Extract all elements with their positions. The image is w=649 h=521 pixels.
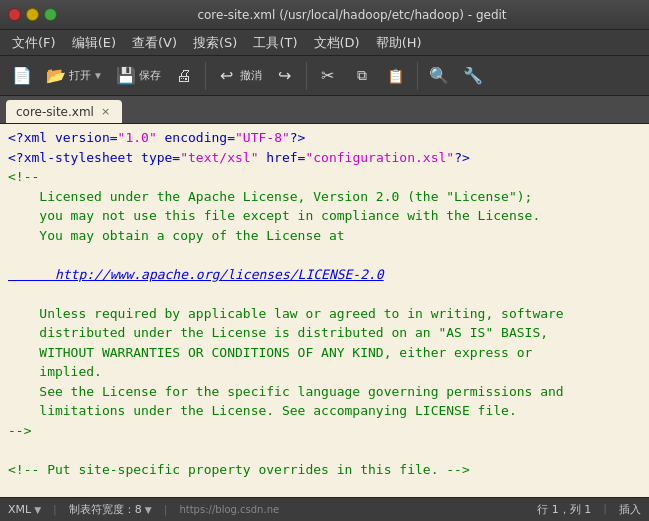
editor-line: you may not use this file except in comp…: [0, 206, 649, 226]
editor-line: [0, 440, 649, 460]
copy-button[interactable]: ⧉: [346, 60, 378, 92]
status-separator-3: |: [603, 502, 607, 517]
status-right: 行 1，列 1 | 插入: [537, 502, 641, 517]
editor-line: http://www.apache.org/licenses/LICENSE-2…: [0, 265, 649, 285]
status-format[interactable]: XML ▼: [8, 503, 41, 516]
paste-icon: 📋: [385, 65, 407, 87]
comment-text-8: See the License for the specific languag…: [8, 382, 564, 402]
tab-core-site[interactable]: core-site.xml ×: [6, 100, 122, 123]
print-icon: 🖨: [173, 65, 195, 87]
editor-line: Licensed under the Apache License, Versi…: [0, 187, 649, 207]
editor-line: [0, 284, 649, 304]
editor-line: Unless required by applicable law or agr…: [0, 304, 649, 324]
tab-label: core-site.xml: [16, 105, 94, 119]
comment-text-9: limitations under the License. See accom…: [8, 401, 517, 421]
window-title: core-site.xml (/usr/local/hadoop/etc/had…: [63, 8, 641, 22]
status-separator-2: |: [164, 503, 168, 516]
tab-arrow-icon: ▼: [145, 505, 152, 515]
editor-line: limitations under the License. See accom…: [0, 401, 649, 421]
insert-mode: 插入: [619, 502, 641, 517]
comment-text-5: distributed under the License is distrib…: [8, 323, 548, 343]
comment-text-6: WITHOUT WARRANTIES OR CONDITIONS OF ANY …: [8, 343, 532, 363]
paste-button[interactable]: 📋: [380, 60, 412, 92]
save-icon: 💾: [115, 65, 137, 87]
maximize-button[interactable]: [44, 8, 57, 21]
menu-file[interactable]: 文件(F): [4, 32, 64, 54]
tab-close-button[interactable]: ×: [99, 104, 112, 119]
editor-line: [0, 479, 649, 497]
comment-open: <!--: [8, 167, 39, 187]
editor-line: distributed under the License is distrib…: [0, 323, 649, 343]
cursor-position: 行 1，列 1: [537, 502, 591, 517]
comment-text-7: implied.: [8, 362, 102, 382]
minimize-button[interactable]: [26, 8, 39, 21]
editor-line: -->: [0, 421, 649, 441]
tools-icon: 🔧: [462, 65, 484, 87]
close-button[interactable]: [8, 8, 21, 21]
menu-bar: 文件(F) 编辑(E) 查看(V) 搜索(S) 工具(T) 文档(D) 帮助(H…: [0, 30, 649, 56]
comment-close: -->: [8, 421, 31, 441]
toolbar-separator-3: [417, 62, 418, 90]
editor-line: [0, 245, 649, 265]
license-link[interactable]: http://www.apache.org/licenses/LICENSE-2…: [8, 265, 384, 285]
undo-label: 撤消: [240, 68, 262, 83]
cut-icon: ✂: [317, 65, 339, 87]
cut-button[interactable]: ✂: [312, 60, 344, 92]
status-tab-width[interactable]: 制表符宽度：8 ▼: [69, 502, 152, 517]
print-button[interactable]: 🖨: [168, 60, 200, 92]
status-separator-1: |: [53, 503, 57, 516]
menu-tools[interactable]: 工具(T): [245, 32, 305, 54]
editor-area[interactable]: <?xml version="1.0" encoding="UTF-8"?> <…: [0, 124, 649, 497]
comment-text-3: You may obtain a copy of the License at: [8, 226, 345, 246]
toolbar: 📄 📂 打开 ▼ 💾 保存 🖨 ↩ 撤消 ↪ ✂ ⧉ 📋 🔍 🔧: [0, 56, 649, 96]
save-label: 保存: [139, 68, 161, 83]
comment-text-2: you may not use this file except in comp…: [8, 206, 540, 226]
open-arrow-icon: ▼: [93, 70, 103, 81]
editor-line: See the License for the specific languag…: [0, 382, 649, 402]
find-button[interactable]: 🔍: [423, 60, 455, 92]
comment-text-4: Unless required by applicable law or agr…: [8, 304, 564, 324]
editor-line: <?xml-stylesheet type="text/xsl" href="c…: [0, 148, 649, 168]
redo-button[interactable]: ↪: [269, 60, 301, 92]
tools-extra-button[interactable]: 🔧: [457, 60, 489, 92]
copy-icon: ⧉: [351, 65, 373, 87]
status-bar: XML ▼ | 制表符宽度：8 ▼ | https://blog.csdn.ne…: [0, 497, 649, 521]
menu-docs[interactable]: 文档(D): [306, 32, 368, 54]
editor-line: implied.: [0, 362, 649, 382]
tab-width-label: 制表符宽度：8: [69, 502, 142, 517]
editor-line: <!--: [0, 167, 649, 187]
new-button[interactable]: 📄: [6, 60, 38, 92]
save-button[interactable]: 💾 保存: [110, 60, 166, 92]
open-label: 打开: [69, 68, 91, 83]
window-controls[interactable]: [8, 8, 57, 21]
toolbar-separator-2: [306, 62, 307, 90]
menu-search[interactable]: 搜索(S): [185, 32, 245, 54]
title-bar: core-site.xml (/usr/local/hadoop/etc/had…: [0, 0, 649, 30]
open-icon: 📂: [45, 65, 67, 87]
comment-text-1: Licensed under the Apache License, Versi…: [8, 187, 532, 207]
open-button[interactable]: 📂 打开 ▼: [40, 60, 108, 92]
undo-icon: ↩: [216, 65, 238, 87]
find-icon: 🔍: [428, 65, 450, 87]
menu-view[interactable]: 查看(V): [124, 32, 185, 54]
editor-line: <!-- Put site-specific property override…: [0, 460, 649, 480]
format-arrow-icon: ▼: [34, 505, 41, 515]
editor-line: You may obtain a copy of the License at: [0, 226, 649, 246]
editor-line: <?xml version="1.0" encoding="UTF-8"?>: [0, 128, 649, 148]
xml-decl-1: <?xml version="1.0" encoding="UTF-8"?>: [8, 128, 305, 148]
format-label: XML: [8, 503, 31, 516]
tab-bar: core-site.xml ×: [0, 96, 649, 124]
comment-property: <!-- Put site-specific property override…: [8, 460, 470, 480]
undo-button[interactable]: ↩ 撤消: [211, 60, 267, 92]
new-icon: 📄: [11, 65, 33, 87]
menu-help[interactable]: 帮助(H): [368, 32, 430, 54]
redo-icon: ↪: [274, 65, 296, 87]
status-url: https://blog.csdn.ne: [179, 504, 279, 515]
editor-line: WITHOUT WARRANTIES OR CONDITIONS OF ANY …: [0, 343, 649, 363]
xml-decl-2: <?xml-stylesheet type="text/xsl" href="c…: [8, 148, 470, 168]
menu-edit[interactable]: 编辑(E): [64, 32, 124, 54]
toolbar-separator-1: [205, 62, 206, 90]
